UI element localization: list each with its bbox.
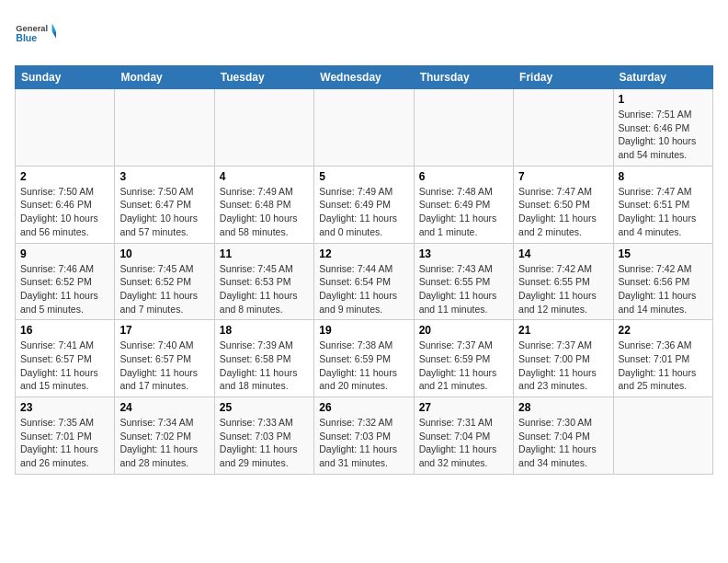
day-info: Sunrise: 7:38 AM Sunset: 6:59 PM Dayligh… [319,339,408,393]
day-info: Sunrise: 7:49 AM Sunset: 6:48 PM Dayligh… [220,185,309,239]
day-number: 22 [619,324,708,337]
day-number: 16 [20,324,109,337]
logo: General Blue [15,15,61,56]
calendar-cell: 8Sunrise: 7:47 AM Sunset: 6:51 PM Daylig… [613,166,712,243]
calendar-table: SundayMondayTuesdayWednesdayThursdayFrid… [15,65,713,475]
calendar-cell: 5Sunrise: 7:49 AM Sunset: 6:49 PM Daylig… [314,166,414,243]
day-number: 15 [619,247,708,260]
calendar-cell: 21Sunrise: 7:37 AM Sunset: 7:00 PM Dayli… [514,320,613,397]
calendar-cell [115,89,214,167]
day-info: Sunrise: 7:35 AM Sunset: 7:01 PM Dayligh… [20,416,109,470]
calendar-header-row: SundayMondayTuesdayWednesdayThursdayFrid… [16,66,713,89]
calendar-cell: 17Sunrise: 7:40 AM Sunset: 6:57 PM Dayli… [115,320,214,397]
day-info: Sunrise: 7:50 AM Sunset: 6:47 PM Dayligh… [119,185,209,239]
calendar-cell: 15Sunrise: 7:42 AM Sunset: 6:56 PM Dayli… [613,243,712,320]
day-info: Sunrise: 7:51 AM Sunset: 6:46 PM Dayligh… [619,108,708,162]
day-number: 9 [20,247,109,260]
calendar-week-row: 9Sunrise: 7:46 AM Sunset: 6:52 PM Daylig… [16,243,713,320]
calendar-cell: 9Sunrise: 7:46 AM Sunset: 6:52 PM Daylig… [16,243,115,320]
calendar-cell [314,89,414,167]
svg-text:General: General [16,24,48,33]
day-info: Sunrise: 7:31 AM Sunset: 7:04 PM Dayligh… [419,416,508,470]
day-info: Sunrise: 7:45 AM Sunset: 6:52 PM Dayligh… [119,262,209,316]
day-number: 11 [220,247,309,260]
calendar-cell: 28Sunrise: 7:30 AM Sunset: 7:04 PM Dayli… [514,397,613,475]
day-info: Sunrise: 7:46 AM Sunset: 6:52 PM Dayligh… [20,262,109,316]
day-of-week-header: Tuesday [214,66,313,89]
day-number: 7 [518,170,608,183]
calendar-cell: 16Sunrise: 7:41 AM Sunset: 6:57 PM Dayli… [16,320,115,397]
day-number: 20 [419,324,508,337]
page-header: General Blue [15,15,713,56]
logo-svg: General Blue [15,15,61,56]
calendar-cell: 20Sunrise: 7:37 AM Sunset: 6:59 PM Dayli… [414,320,513,397]
calendar-cell: 23Sunrise: 7:35 AM Sunset: 7:01 PM Dayli… [16,397,115,475]
day-number: 12 [319,247,408,260]
day-number: 3 [119,170,209,183]
calendar-cell [613,397,712,475]
day-number: 1 [619,93,708,106]
day-info: Sunrise: 7:49 AM Sunset: 6:49 PM Dayligh… [319,185,408,239]
svg-marker-3 [52,31,56,39]
calendar-cell: 14Sunrise: 7:42 AM Sunset: 6:55 PM Dayli… [514,243,613,320]
day-number: 17 [119,324,209,337]
day-number: 13 [419,247,508,260]
svg-text:Blue: Blue [16,32,37,43]
calendar-cell: 19Sunrise: 7:38 AM Sunset: 6:59 PM Dayli… [314,320,414,397]
day-number: 6 [419,170,508,183]
day-number: 27 [419,401,508,414]
day-info: Sunrise: 7:43 AM Sunset: 6:55 PM Dayligh… [419,262,508,316]
day-number: 8 [619,170,708,183]
calendar-cell: 4Sunrise: 7:49 AM Sunset: 6:48 PM Daylig… [214,166,313,243]
day-number: 5 [319,170,408,183]
calendar-cell: 2Sunrise: 7:50 AM Sunset: 6:46 PM Daylig… [16,166,115,243]
day-info: Sunrise: 7:37 AM Sunset: 7:00 PM Dayligh… [518,339,608,393]
day-number: 23 [20,401,109,414]
day-of-week-header: Monday [115,66,214,89]
day-info: Sunrise: 7:45 AM Sunset: 6:53 PM Dayligh… [220,262,309,316]
day-number: 19 [319,324,408,337]
calendar-cell: 3Sunrise: 7:50 AM Sunset: 6:47 PM Daylig… [115,166,214,243]
day-of-week-header: Saturday [613,66,712,89]
day-number: 24 [119,401,209,414]
day-info: Sunrise: 7:41 AM Sunset: 6:57 PM Dayligh… [20,339,109,393]
day-number: 26 [319,401,408,414]
calendar-cell: 7Sunrise: 7:47 AM Sunset: 6:50 PM Daylig… [514,166,613,243]
calendar-cell: 25Sunrise: 7:33 AM Sunset: 7:03 PM Dayli… [214,397,313,475]
day-info: Sunrise: 7:40 AM Sunset: 6:57 PM Dayligh… [119,339,209,393]
day-info: Sunrise: 7:30 AM Sunset: 7:04 PM Dayligh… [518,416,608,470]
calendar-cell [214,89,313,167]
day-number: 14 [518,247,608,260]
day-info: Sunrise: 7:42 AM Sunset: 6:56 PM Dayligh… [619,262,708,316]
day-info: Sunrise: 7:36 AM Sunset: 7:01 PM Dayligh… [619,339,708,393]
calendar-cell: 6Sunrise: 7:48 AM Sunset: 6:49 PM Daylig… [414,166,513,243]
day-number: 25 [220,401,309,414]
day-of-week-header: Friday [514,66,613,89]
day-info: Sunrise: 7:47 AM Sunset: 6:50 PM Dayligh… [518,185,608,239]
calendar-cell: 13Sunrise: 7:43 AM Sunset: 6:55 PM Dayli… [414,243,513,320]
day-info: Sunrise: 7:48 AM Sunset: 6:49 PM Dayligh… [419,185,508,239]
calendar-week-row: 2Sunrise: 7:50 AM Sunset: 6:46 PM Daylig… [16,166,713,243]
day-number: 2 [20,170,109,183]
calendar-cell: 1Sunrise: 7:51 AM Sunset: 6:46 PM Daylig… [613,89,712,167]
calendar-cell: 24Sunrise: 7:34 AM Sunset: 7:02 PM Dayli… [115,397,214,475]
day-info: Sunrise: 7:42 AM Sunset: 6:55 PM Dayligh… [518,262,608,316]
calendar-cell [16,89,115,167]
day-number: 4 [220,170,309,183]
day-info: Sunrise: 7:33 AM Sunset: 7:03 PM Dayligh… [220,416,309,470]
calendar-cell [514,89,613,167]
calendar-cell: 22Sunrise: 7:36 AM Sunset: 7:01 PM Dayli… [613,320,712,397]
day-number: 21 [518,324,608,337]
day-info: Sunrise: 7:37 AM Sunset: 6:59 PM Dayligh… [419,339,508,393]
calendar-cell: 26Sunrise: 7:32 AM Sunset: 7:03 PM Dayli… [314,397,414,475]
calendar-week-row: 1Sunrise: 7:51 AM Sunset: 6:46 PM Daylig… [16,89,713,167]
calendar-cell: 10Sunrise: 7:45 AM Sunset: 6:52 PM Dayli… [115,243,214,320]
calendar-cell: 11Sunrise: 7:45 AM Sunset: 6:53 PM Dayli… [214,243,313,320]
day-of-week-header: Sunday [16,66,115,89]
day-info: Sunrise: 7:34 AM Sunset: 7:02 PM Dayligh… [119,416,209,470]
day-info: Sunrise: 7:44 AM Sunset: 6:54 PM Dayligh… [319,262,408,316]
calendar-cell: 12Sunrise: 7:44 AM Sunset: 6:54 PM Dayli… [314,243,414,320]
day-of-week-header: Wednesday [314,66,414,89]
calendar-week-row: 23Sunrise: 7:35 AM Sunset: 7:01 PM Dayli… [16,397,713,475]
svg-marker-2 [52,23,56,31]
